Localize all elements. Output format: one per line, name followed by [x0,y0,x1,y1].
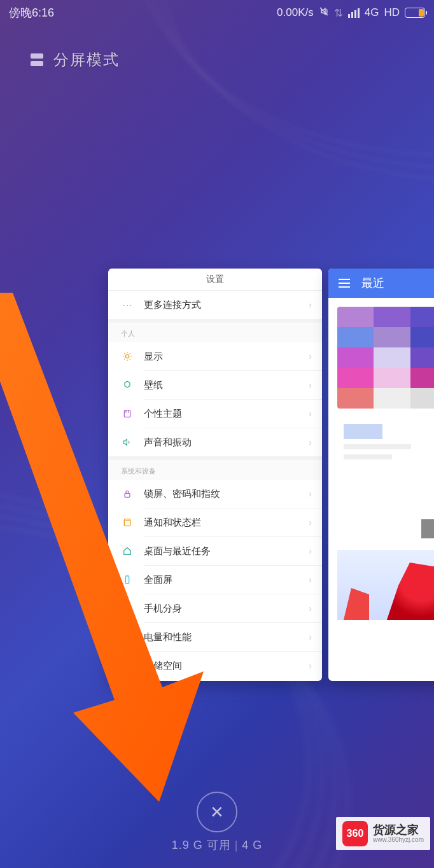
svg-rect-1 [124,410,130,417]
storage-icon [121,659,134,672]
network-label: 4G [365,6,379,19]
section-personal: 个人 [108,323,322,342]
clock: 傍晚6:16 [9,5,54,20]
close-icon: ✕ [210,802,224,822]
lock-icon [121,487,134,500]
status-bar: 傍晚6:16 0.00K/s ⇅ 4G HD [0,0,434,25]
chevron-right-icon: › [309,489,312,499]
data-updown-icon: ⇅ [334,6,343,20]
row-storage[interactable]: 存储空间 › [108,652,322,680]
row-display[interactable]: 显示 › [108,342,322,370]
wallpaper-icon [121,379,134,391]
watermark-name: 货源之家 [373,824,424,837]
chevron-right-icon: › [309,409,312,419]
signal-icon [348,8,360,18]
more-icon: ⋯ [121,298,134,311]
theme-icon [121,407,134,420]
battery-icon [405,8,425,18]
settings-page-title: 设置 [108,269,322,291]
row-clone[interactable]: 手机分身 › [108,594,322,622]
chevron-right-icon: › [309,437,312,447]
home-icon [121,545,134,557]
watermark-url: www.360hyzj.com [373,836,424,843]
browser-thumbnail-2 [337,417,434,545]
browser-tab-label[interactable]: 最近 [361,276,384,291]
svg-rect-3 [124,519,130,526]
split-screen-label: 分屏模式 [53,50,120,70]
browser-toolbar: 最近 [328,269,434,298]
mute-icon [319,6,329,20]
sound-icon [121,436,134,449]
row-lock[interactable]: 锁屏、密码和指纹 › [108,480,322,508]
split-screen-icon [31,53,43,66]
svg-rect-7 [123,635,130,638]
svg-rect-4 [125,576,129,584]
battery-perf-icon [121,631,134,643]
watermark: 360 货源之家 www.360hyzj.com [336,817,430,850]
display-icon [121,350,134,363]
chevron-right-icon: › [309,300,312,310]
chevron-right-icon: › [309,632,312,642]
notification-icon [121,516,134,529]
chevron-right-icon: › [309,661,312,671]
row-battery[interactable]: 电量和性能 › [108,623,322,651]
chevron-right-icon: › [309,351,312,361]
chevron-right-icon: › [309,575,312,585]
row-fullscreen[interactable]: 全面屏 › [108,566,322,594]
close-all-button[interactable]: ✕ [197,792,237,832]
svg-point-0 [125,354,129,358]
hd-label: HD [384,6,400,19]
watermark-badge: 360 [342,821,368,846]
chevron-right-icon: › [309,517,312,528]
browser-thumbnail-3 [337,550,434,620]
browser-thumbnail-1 [337,307,434,409]
clone-icon [121,602,134,615]
menu-icon[interactable] [339,279,350,288]
row-home[interactable]: 桌面与最近任务 › [108,537,322,565]
fullscreen-icon [121,573,134,586]
row-sound[interactable]: 声音和振动 › [108,428,322,456]
chevron-right-icon: › [309,380,312,390]
section-system: 系统和设备 [108,460,322,480]
net-speed: 0.00K/s [277,6,314,19]
chevron-right-icon: › [309,546,312,556]
row-wallpaper[interactable]: 壁纸 › [108,371,322,399]
recent-app-browser[interactable]: 浏览器 最近 [328,269,434,681]
split-screen-button[interactable]: 分屏模式 [31,50,120,70]
svg-rect-2 [125,493,130,497]
row-theme[interactable]: 个性主题 › [108,400,322,428]
row-more-connections[interactable]: ⋯ 更多连接方式 › [108,291,322,319]
chevron-right-icon: › [309,603,312,613]
recent-app-settings[interactable]: 设置 设置 ⋯ 更多连接方式 › 个人 显示 › 壁纸 › 个性主题 › 声音和… [108,269,322,681]
memory-status: 1.9 G 可用|4 G [172,837,263,853]
row-notif[interactable]: 通知和状态栏 › [108,508,322,536]
